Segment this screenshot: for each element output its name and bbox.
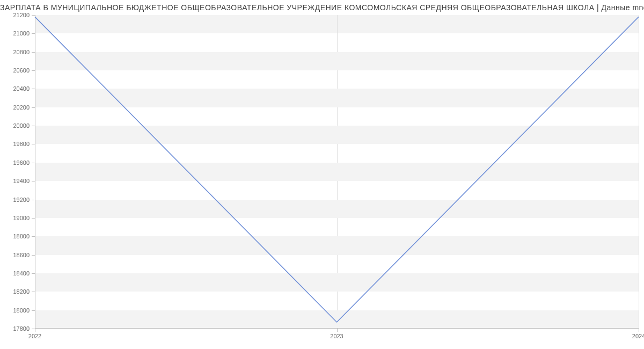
x-tick-label: 2024	[632, 333, 644, 339]
y-tick-label: 20400	[13, 85, 30, 92]
y-tick-label: 19800	[13, 141, 30, 147]
y-tick	[32, 310, 35, 311]
series-line	[35, 17, 639, 322]
y-tick	[32, 218, 35, 219]
y-tick	[32, 144, 35, 144]
y-tick-label: 18400	[13, 270, 30, 277]
y-tick-label: 21000	[13, 30, 30, 37]
y-tick	[32, 70, 35, 71]
y-tick	[32, 255, 35, 256]
y-tick	[32, 181, 35, 181]
y-tick	[32, 273, 35, 274]
y-tick	[32, 15, 35, 16]
y-tick-label: 18800	[13, 233, 30, 239]
y-tick	[32, 33, 35, 34]
line-series	[35, 15, 639, 329]
chart-title: ЗАРПЛАТА В МУНИЦИПАЛЬНОЕ БЮДЖЕТНОЕ ОБЩЕО…	[0, 3, 644, 12]
y-tick	[32, 52, 35, 53]
y-tick-label: 18000	[13, 307, 30, 314]
y-tick-label: 20000	[13, 122, 30, 129]
y-tick-label: 19000	[13, 215, 30, 221]
y-tick-label: 21200	[13, 12, 30, 18]
y-tick-label: 20200	[13, 104, 30, 111]
y-tick-label: 20800	[13, 49, 30, 55]
y-tick-label: 18200	[13, 288, 30, 295]
y-tick	[32, 236, 35, 237]
x-gridline	[639, 15, 639, 329]
y-tick-label: 20600	[13, 67, 30, 74]
y-tick	[32, 107, 35, 108]
y-tick-label: 19600	[13, 159, 30, 166]
x-tick	[337, 329, 338, 332]
y-tick	[32, 200, 35, 200]
y-tick-label: 19400	[13, 178, 30, 184]
y-tick-label: 19200	[13, 197, 30, 203]
y-tick	[32, 126, 35, 126]
x-tick-label: 2023	[330, 333, 343, 339]
plot-area: 1780018000182001840018600188001900019200…	[35, 15, 639, 329]
y-tick-label: 17800	[13, 325, 30, 332]
y-tick-label: 18600	[13, 252, 30, 258]
x-tick-label: 2022	[28, 333, 41, 339]
chart-container: ЗАРПЛАТА В МУНИЦИПАЛЬНОЕ БЮДЖЕТНОЕ ОБЩЕО…	[0, 0, 644, 349]
x-tick	[35, 329, 35, 332]
y-tick	[32, 163, 35, 163]
y-tick	[32, 89, 35, 89]
y-tick	[32, 292, 35, 292]
x-tick	[639, 329, 639, 332]
